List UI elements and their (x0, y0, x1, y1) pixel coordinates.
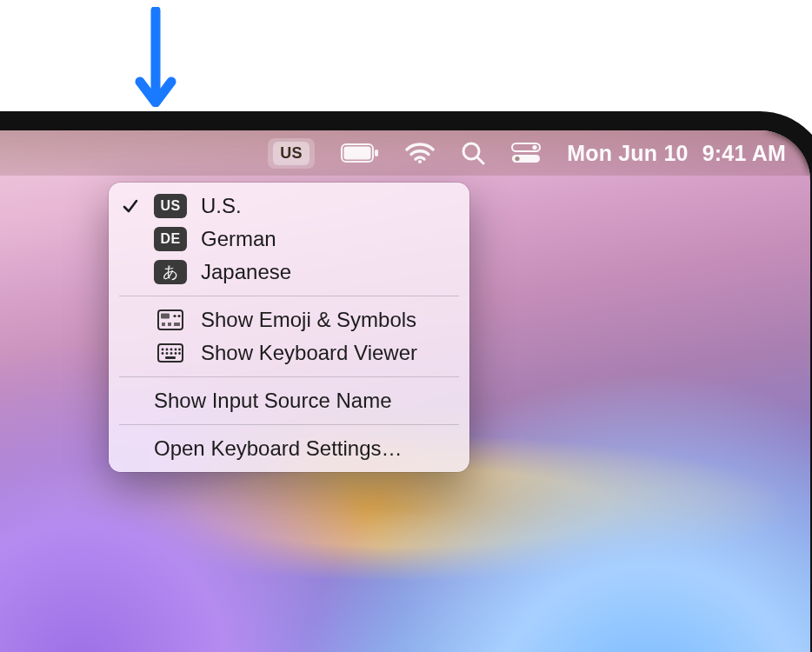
date-text: Mon Jun 10 (567, 141, 689, 166)
input-source-label: U.S. (201, 194, 242, 218)
show-emoji-symbols[interactable]: Show Emoji & Symbols (109, 303, 469, 336)
show-input-source-name-label: Show Input Source Name (154, 389, 391, 413)
svg-point-28 (178, 352, 181, 355)
svg-point-21 (170, 349, 173, 351)
svg-point-25 (166, 352, 169, 355)
svg-rect-15 (162, 323, 165, 326)
lang-badge: US (154, 194, 187, 218)
open-keyboard-settings[interactable]: Open Keyboard Settings… (109, 432, 469, 465)
svg-rect-17 (174, 323, 180, 326)
svg-line-6 (477, 157, 483, 163)
input-source-label: German (201, 227, 276, 251)
control-center-icon[interactable] (511, 143, 541, 163)
svg-rect-3 (375, 150, 378, 156)
callout-arrow-icon (135, 7, 176, 107)
svg-point-27 (175, 352, 177, 355)
input-source-item-us[interactable]: US U.S. (109, 190, 469, 223)
keyboard-icon (154, 343, 187, 363)
svg-point-8 (533, 145, 537, 150)
input-source-badge: US (273, 142, 309, 165)
input-source-label: Japanese (201, 260, 291, 284)
battery-icon[interactable] (341, 143, 379, 163)
svg-point-4 (418, 160, 422, 163)
menu-bar: US (0, 130, 810, 176)
svg-rect-12 (161, 314, 170, 319)
svg-point-19 (162, 349, 164, 351)
time-text: 9:41 AM (702, 141, 786, 166)
lang-badge: DE (154, 227, 187, 251)
svg-rect-29 (165, 356, 176, 359)
svg-point-23 (178, 349, 181, 351)
checkmark-icon (121, 197, 140, 215)
menu-divider (119, 296, 459, 296)
input-source-item-japanese[interactable]: あ Japanese (109, 256, 469, 289)
show-keyboard-viewer-label: Show Keyboard Viewer (201, 341, 417, 365)
svg-point-13 (173, 315, 176, 317)
spotlight-search-icon[interactable] (461, 141, 485, 165)
menu-divider (119, 376, 459, 377)
show-emoji-label: Show Emoji & Symbols (201, 308, 416, 332)
input-source-item-german[interactable]: DE German (109, 223, 469, 256)
lang-badge: あ (154, 260, 187, 284)
show-keyboard-viewer[interactable]: Show Keyboard Viewer (109, 336, 469, 369)
open-keyboard-settings-label: Open Keyboard Settings… (154, 436, 403, 461)
svg-point-14 (177, 315, 180, 317)
svg-rect-16 (168, 323, 171, 326)
svg-point-24 (162, 352, 164, 355)
datetime[interactable]: Mon Jun 10 9:41 AM (567, 141, 786, 166)
svg-rect-11 (158, 310, 183, 329)
svg-point-22 (175, 349, 177, 351)
input-source-menu-extra[interactable]: US (268, 138, 315, 169)
input-source-dropdown: US U.S. DE German あ Japanese (109, 183, 469, 472)
character-viewer-icon (154, 309, 187, 330)
svg-point-26 (170, 352, 173, 355)
svg-point-20 (166, 349, 169, 351)
wifi-icon[interactable] (405, 142, 435, 164)
menu-divider (119, 424, 459, 425)
svg-rect-2 (344, 147, 371, 160)
desktop-screen: US (0, 130, 810, 652)
show-input-source-name[interactable]: Show Input Source Name (109, 384, 469, 417)
svg-point-10 (516, 156, 520, 161)
device-bezel: US (0, 111, 812, 652)
